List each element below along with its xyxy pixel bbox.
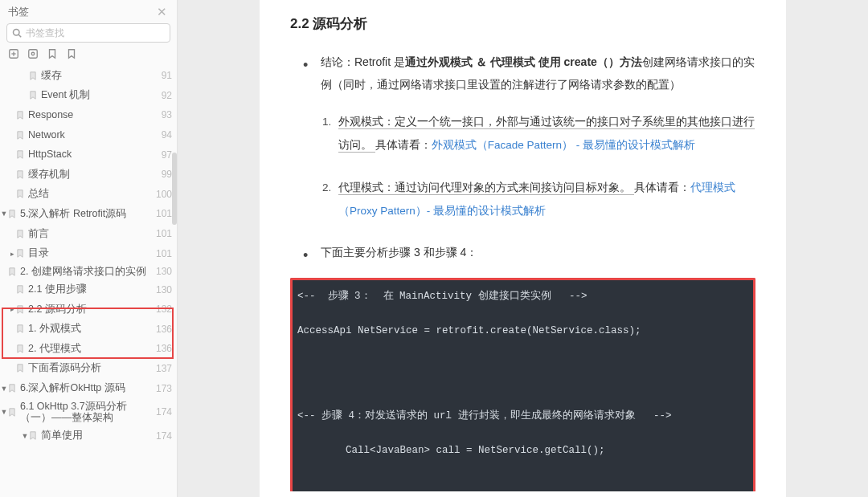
tree-label: 目录: [28, 247, 154, 259]
bookmark-outline-icon[interactable]: [47, 48, 58, 59]
page-number: 92: [154, 90, 177, 101]
tree-label: HttpStack: [28, 149, 154, 161]
bookmark-icon: [16, 364, 24, 373]
page-number: 132: [154, 303, 177, 315]
sublist-facade: 外观模式：定义一个统一接口，外部与通过该统一的接口对子系统里的其他接口进行访问。…: [324, 110, 755, 157]
tree-row[interactable]: ▼5.深入解析 Retrofit源码101: [0, 204, 177, 224]
page-number: 130: [154, 284, 177, 295]
bookmark-icon: [16, 131, 24, 140]
expand-arrow-icon[interactable]: ▼: [0, 408, 8, 416]
tree-row[interactable]: ▼6.深入解析OkHttp 源码173: [0, 378, 177, 398]
steps-intro-item: 下面主要分析步骤 3 和步骤 4：: [306, 242, 755, 263]
tree-row[interactable]: HttpStack97: [0, 145, 177, 165]
tree-row[interactable]: 前言101: [0, 224, 177, 244]
bookmark-icon: [29, 71, 37, 80]
search-box[interactable]: [6, 23, 170, 43]
facade-link[interactable]: 外观模式（Facade Pattern） - 最易懂的设计模式解析: [432, 139, 695, 151]
tree-label: 6.1 OkHttp 3.7源码分析（一）——整体架构: [20, 401, 154, 424]
tree-label: 简单使用: [41, 430, 154, 442]
tree-label: 2. 代理模式: [28, 343, 154, 355]
proxy-see: 具体请看：: [634, 181, 690, 194]
tree-label: 总结: [28, 188, 154, 200]
tree-row[interactable]: 缓存机制99: [0, 165, 177, 185]
tree-row[interactable]: ▸2.2 源码分析132: [0, 299, 177, 320]
page-number: 137: [154, 363, 177, 374]
tree-label: 下面看源码分析: [28, 362, 154, 374]
expand-arrow-icon[interactable]: ▸: [8, 305, 16, 313]
page-number: 136: [154, 343, 177, 354]
search-wrap: [0, 21, 177, 46]
conclusion-list: 结论：Retrofit 是通过外观模式 ＆ 代理模式 使用 create（）方法…: [306, 51, 755, 96]
expand-arrow-icon[interactable]: ▼: [0, 210, 8, 218]
page-number: 91: [154, 70, 177, 81]
tree-row[interactable]: 2.1 使用步骤130: [0, 279, 177, 299]
tree-row[interactable]: 总结100: [0, 185, 177, 205]
scrollbar[interactable]: [172, 153, 177, 225]
tree-row[interactable]: 2. 创建网络请求接口的实例130: [0, 263, 177, 279]
conclusion-item: 结论：Retrofit 是通过外观模式 ＆ 代理模式 使用 create（）方法…: [306, 51, 755, 96]
page-number: 93: [154, 109, 177, 120]
page-number: 174: [154, 430, 177, 442]
conclusion-label: 结论：: [321, 55, 354, 68]
expand-arrow-icon[interactable]: ▸: [8, 250, 16, 258]
svg-point-6: [31, 52, 35, 55]
tree-label: Network: [28, 129, 154, 141]
sidebar-toolbar: [0, 46, 177, 66]
tree-row[interactable]: Event 机制92: [0, 86, 177, 106]
expand-arrow-icon[interactable]: ▼: [0, 385, 8, 393]
add-child-bookmark-icon[interactable]: [27, 48, 39, 59]
bookmark-icon: [16, 285, 24, 294]
tree-row[interactable]: Network94: [0, 125, 177, 145]
document-page: 2.2 源码分析 结论：Retrofit 是通过外观模式 ＆ 代理模式 使用 c…: [260, 0, 786, 497]
page-number: 174: [154, 406, 177, 418]
tree-label: 6.深入解析OkHttp 源码: [20, 382, 154, 394]
code-block: <-- 步骤 3： 在 MainActivity 创建接口类实例 --> Acc…: [293, 280, 753, 491]
bookmark-icon: [16, 170, 24, 179]
bookmark-icon: [16, 189, 24, 198]
expand-arrow-icon[interactable]: ▼: [21, 432, 29, 440]
tree-row[interactable]: ▸目录101: [0, 243, 177, 263]
page-number: 136: [154, 324, 177, 335]
page-number: 101: [154, 228, 177, 239]
sidebar-header: 书签 ✕: [0, 0, 177, 21]
close-icon[interactable]: ✕: [155, 5, 169, 19]
tree-row[interactable]: 下面看源码分析137: [0, 359, 177, 379]
main-area: 2.2 源码分析 结论：Retrofit 是通过外观模式 ＆ 代理模式 使用 c…: [178, 0, 868, 497]
search-input[interactable]: [26, 27, 165, 39]
svg-rect-5: [29, 50, 38, 59]
add-root-bookmark-icon[interactable]: [8, 48, 19, 59]
tree-label: 1. 外观模式: [28, 323, 154, 335]
tree-row[interactable]: ▼简单使用174: [0, 426, 177, 446]
tree-row[interactable]: 1. 外观模式136: [0, 320, 177, 340]
bookmark-icon: [16, 344, 24, 353]
tree-label: Response: [28, 109, 154, 121]
facade-see: 具体请看：: [375, 139, 432, 151]
sidebar-title: 书签: [8, 5, 29, 19]
bookmark-filled-icon[interactable]: [66, 48, 77, 59]
bookmark-icon: [16, 150, 24, 159]
bookmark-icon: [16, 249, 24, 258]
page-number: 101: [154, 248, 177, 259]
tree-row[interactable]: ▼6.1 OkHttp 3.7源码分析（一）——整体架构174: [0, 398, 177, 426]
page-number: 173: [154, 383, 177, 394]
bookmark-icon: [8, 267, 16, 276]
tree-label: 2.1 使用步骤: [28, 283, 154, 295]
tree-label: 前言: [28, 228, 154, 240]
bookmarks-sidebar: 书签 ✕ 缓存91Event 机制92Response93Network94Ht…: [0, 0, 178, 497]
nested-pattern-list: 外观模式：定义一个统一接口，外部与通过该统一的接口对子系统里的其他接口进行访问。…: [324, 110, 755, 222]
bookmark-icon: [16, 305, 24, 314]
bookmark-icon: [29, 431, 37, 440]
tree-row[interactable]: 缓存91: [0, 66, 177, 86]
bookmark-icon: [29, 91, 37, 100]
steps-intro-list: 下面主要分析步骤 3 和步骤 4：: [306, 242, 755, 263]
conclusion-bold: 通过外观模式 ＆ 代理模式 使用 create（）方法: [405, 55, 642, 68]
code-highlight-box: <-- 步骤 3： 在 MainActivity 创建接口类实例 --> Acc…: [290, 278, 755, 491]
bookmarks-tree: 缓存91Event 机制92Response93Network94HttpSta…: [0, 66, 177, 497]
tree-row[interactable]: 2. 代理模式136: [0, 339, 177, 359]
tree-row[interactable]: Response93: [0, 105, 177, 125]
proxy-body: 通过访问代理对象的方式来间接访问目标对象。: [395, 181, 631, 194]
tree-label: Event 机制: [41, 89, 154, 101]
page-number: 130: [154, 266, 177, 277]
bookmark-icon: [16, 111, 24, 120]
conclusion-pre: Retrofit 是: [354, 55, 405, 68]
